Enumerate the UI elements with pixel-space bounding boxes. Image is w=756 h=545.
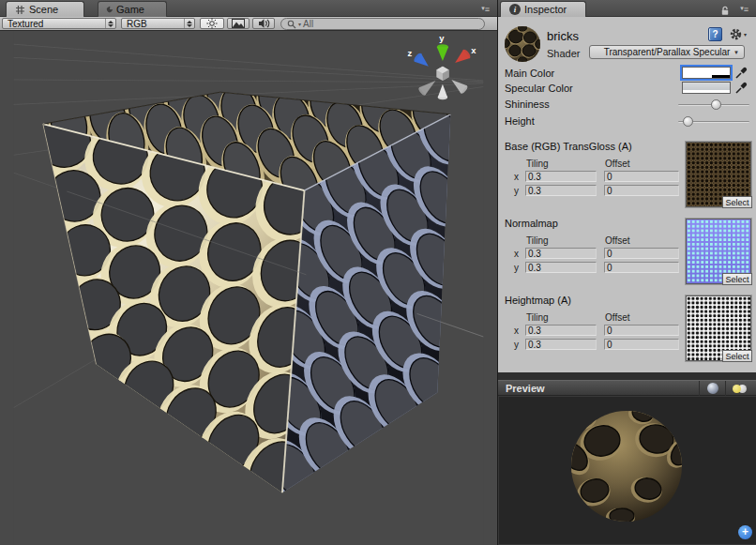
tab-scene-label: Scene	[29, 4, 58, 15]
lighting-toggle-button[interactable]	[200, 18, 224, 29]
material-preview-area[interactable]: +	[498, 396, 756, 545]
scene-panel-menu-icon[interactable]: ▾≡	[481, 4, 490, 14]
gear-dropdown-arrow-icon: ▾	[744, 31, 747, 38]
normalmap-select-button[interactable]: Select	[722, 273, 752, 285]
base-tiling-y-input[interactable]	[525, 185, 597, 196]
main-color-eyedropper-icon[interactable]	[734, 66, 748, 80]
svg-text:x: x	[471, 45, 476, 55]
tab-scene[interactable]: Scene	[6, 1, 84, 17]
offset-label: Offset	[605, 312, 630, 323]
shininess-slider-thumb[interactable]	[711, 99, 721, 110]
image-icon	[232, 19, 245, 28]
scene-toolbar: Textured RGB	[0, 17, 497, 31]
scene-3d-canvas[interactable]: yxz	[0, 31, 497, 545]
info-icon: i	[509, 4, 521, 15]
inspector-panel-menu-icon[interactable]: ▾≡	[740, 4, 748, 14]
normal-offset-x-input[interactable]	[604, 248, 679, 259]
scene-search-input[interactable]: ▾ All	[280, 18, 485, 30]
map-title: Heightmap (A)	[505, 295, 571, 306]
normal-tiling-x-input[interactable]	[525, 248, 597, 259]
help-icon[interactable]: ?	[708, 27, 722, 41]
gear-icon[interactable]: ▾	[729, 27, 748, 41]
offset-label: Offset	[605, 235, 630, 246]
specular-color-swatch[interactable]	[682, 82, 731, 94]
tiling-label: Tiling	[526, 235, 549, 246]
search-filter-arrow-icon: ▾	[298, 21, 301, 27]
height-tiling-y-input[interactable]	[525, 339, 597, 350]
dropdown-arrows-icon	[105, 19, 113, 28]
map-title: Base (RGB) TransGloss (A)	[505, 141, 632, 152]
color-mode-value: RGB	[127, 19, 147, 29]
preview-sphere-canvas	[498, 396, 756, 545]
scene-viewport[interactable]: yxz	[0, 31, 497, 545]
main-color-swatch[interactable]	[682, 67, 731, 79]
scene-panel: Scene Game ▾≡ Textured RGB	[0, 0, 497, 545]
shader-dropdown[interactable]: Transparent/Parallax Specular ▼	[589, 45, 745, 59]
offset-label: Offset	[605, 159, 630, 169]
shader-value: Transparent/Parallax Specular	[604, 47, 731, 57]
assetbundle-plus-button[interactable]: +	[738, 525, 752, 539]
render-mode-dropdown[interactable]: Textured	[2, 18, 116, 29]
preview-lighting-button[interactable]	[725, 381, 753, 396]
height-offset-y-input[interactable]	[604, 339, 679, 350]
tab-game-label: Game	[116, 4, 144, 15]
inspector-body: bricks ? ▾ Shader Transparent/Parallax S…	[498, 17, 756, 372]
preview-sphere-button[interactable]	[699, 381, 725, 396]
scene-tabbar: Scene Game ▾≡	[0, 0, 497, 17]
shader-label: Shader	[547, 48, 580, 59]
speaker-icon	[258, 18, 270, 29]
y-label: y	[514, 340, 519, 350]
base-offset-x-input[interactable]	[604, 171, 679, 182]
height-offset-x-input[interactable]	[604, 325, 679, 336]
tiling-label: Tiling	[526, 159, 549, 169]
preview-divider[interactable]	[498, 372, 756, 380]
scene-grid-icon	[15, 5, 25, 15]
x-label: x	[514, 172, 519, 182]
height-tiling-x-input[interactable]	[525, 325, 597, 336]
sphere-icon	[707, 383, 718, 394]
game-icon	[106, 6, 113, 13]
tab-game[interactable]: Game	[98, 1, 167, 17]
height-label: Height	[505, 115, 535, 128]
x-label: x	[514, 325, 519, 336]
shininess-slider[interactable]	[678, 99, 749, 111]
search-icon	[287, 20, 296, 29]
heightmap-select-button[interactable]: Select	[722, 350, 752, 362]
normalmap-section: Normalmap Tiling Offset x y Select	[498, 218, 756, 295]
normal-offset-y-input[interactable]	[604, 262, 679, 273]
tab-inspector-label: Inspector	[524, 4, 567, 15]
inspector-tabbar: i Inspector ▾≡	[498, 0, 756, 17]
skybox-toggle-button[interactable]	[227, 18, 249, 29]
sun-icon	[206, 18, 218, 29]
light-on-icon	[733, 385, 741, 393]
tab-inspector[interactable]: i Inspector	[500, 1, 586, 17]
lock-icon[interactable]	[719, 5, 731, 16]
base-offset-y-input[interactable]	[604, 185, 679, 196]
svg-text:z: z	[408, 48, 413, 58]
height-slider[interactable]	[678, 116, 749, 128]
preview-title: Preview	[506, 383, 545, 394]
shader-dropdown-arrow-icon: ▼	[733, 50, 739, 55]
color-mode-dropdown[interactable]: RGB	[121, 18, 195, 29]
material-name: bricks	[547, 29, 579, 43]
y-label: y	[514, 263, 519, 273]
base-tiling-x-input[interactable]	[525, 171, 597, 182]
base-map-section: Base (RGB) TransGloss (A) Tiling Offset …	[498, 141, 756, 218]
preview-header: Preview	[498, 380, 756, 396]
audio-toggle-button[interactable]	[252, 18, 275, 29]
heightmap-section: Heightmap (A) Tiling Offset x y Select	[498, 295, 756, 371]
inspector-panel: i Inspector ▾≡ bricks ? ▾	[497, 0, 756, 545]
svg-text:y: y	[439, 33, 445, 43]
main-color-label: Main Color	[505, 68, 554, 80]
height-slider-thumb[interactable]	[683, 116, 693, 127]
specular-color-eyedropper-icon[interactable]	[734, 81, 748, 95]
normal-tiling-y-input[interactable]	[525, 262, 597, 273]
unity-editor-window: Scene Game ▾≡ Textured RGB	[0, 0, 756, 545]
x-label: x	[514, 249, 519, 259]
map-title: Normalmap	[505, 218, 558, 229]
material-preview-icon	[504, 25, 541, 63]
search-text: All	[303, 19, 313, 29]
tiling-label: Tiling	[526, 312, 549, 323]
base-select-button[interactable]: Select	[722, 196, 752, 208]
y-label: y	[514, 186, 519, 196]
